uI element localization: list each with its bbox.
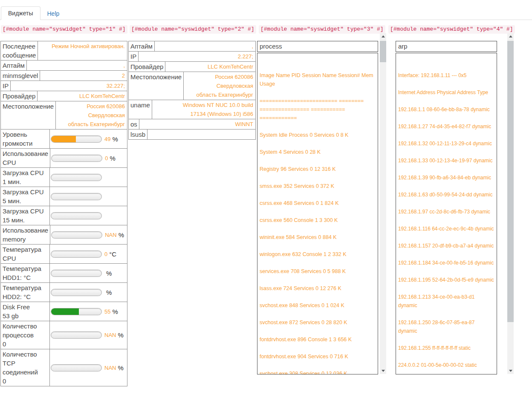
bar-value: 0 [105, 155, 108, 161]
tab-bar: Виджеты Help [0, 0, 532, 20]
arrow-down-icon [509, 370, 512, 372]
progress-bar [51, 231, 102, 239]
row-bar-cell: 49% [50, 130, 127, 148]
output-line: svchost.exe 308 Services 0 12 036 K [260, 369, 375, 374]
tab-help[interactable]: Help [40, 7, 66, 20]
output-line: Interface: 192.168.1.11 --- 0x5 [398, 71, 494, 80]
output-line: 192.168.1.195 52-64-2b-0d-f5-e9 dynamic [398, 276, 494, 284]
output-line: 192.168.1.33 00-12-13-4e-19-97 dynamic [398, 156, 494, 165]
output-line: 192.168.1.39 90-fb-a6-34-84-eb dynamic [398, 173, 494, 182]
row-value: 2.227; [139, 52, 255, 61]
scroll-down-button[interactable] [507, 368, 514, 374]
table-row: unameWindows NT NUC 10.0 build 17134 (Wi… [129, 100, 255, 119]
scroll-down-button[interactable] [380, 368, 386, 374]
row-value: Режим Ночной активирован. [38, 41, 127, 60]
row-label: Местоположение [129, 72, 184, 100]
syswidget-type1-table: Последнее сообщениеРежим Ночной активиро… [0, 41, 127, 386]
row-bar-cell [50, 168, 127, 187]
bar-unit-label: % [110, 155, 115, 162]
row-label: Температура CPU [1, 245, 50, 263]
arp-output: Interface: 192.168.1.11 --- 0x5Internet … [396, 53, 497, 374]
table-row: minmsglevel2 [1, 70, 127, 81]
table-row: IP2.227; [129, 51, 255, 61]
arrow-up-icon [509, 35, 512, 37]
tab-widgets[interactable]: Виджеты [1, 6, 40, 20]
bar-value: 55 [104, 308, 110, 315]
progress-bar [51, 270, 102, 277]
arp-widget-title: arp [396, 41, 497, 52]
output-line: svchost.exe 848 Services 0 1 024 K [260, 301, 375, 310]
table-row: ПровайдерLLC KomTehCentr [129, 61, 255, 72]
output-line: System 4 Services 0 28 K [260, 148, 375, 156]
row-label: lsusb [129, 130, 147, 139]
arrow-down-icon [382, 370, 385, 372]
output-line: 224.0.0.2 01-00-5e-00-00-02 static [398, 361, 494, 369]
progress-bar [51, 289, 102, 296]
row-label: Загрузка CPU 15 мин. [1, 206, 50, 225]
syswidget-type3-panel: process Image Name PID Session Name Sess… [257, 33, 386, 374]
row-label: Температура HDD1: °C [1, 264, 50, 282]
module-code-4: [#module name="syswidget" type="4" #] [388, 25, 515, 34]
module-code-3: [#module name="syswidget" type="3" #] [259, 25, 385, 34]
table-row: Загрузка CPU 15 мин. [1, 206, 127, 225]
module-code-1: [#module name="syswidget" type="1" #] [1, 25, 127, 34]
row-label: Количество процессов 0 [1, 321, 50, 349]
output-line: 192.168.1.157 20-df-b9-cb-a7-a4 dynamic [398, 242, 494, 250]
row-label: Аптайм [129, 41, 155, 51]
bar-unit-label: % [118, 331, 123, 339]
row-value: LLC KomTehCentr [38, 91, 127, 101]
bar-unit-label: °C [109, 250, 116, 258]
table-row: Использование memoryNAN% [1, 225, 127, 244]
output-line: lsass.exe 724 Services 0 12 276 K [260, 284, 375, 293]
row-label: Местоположение [1, 101, 56, 129]
output-line: wininit.exe 584 Services 0 884 K [260, 233, 375, 242]
bar-unit-label: % [112, 308, 118, 315]
scroll-up-button[interactable] [380, 33, 386, 40]
bar-value: NAN [104, 365, 116, 371]
output-line: 192.168.1.213 34-ce-00-ea-b3-d1 dynamic [398, 293, 494, 310]
row-label: IP [1, 81, 11, 91]
output-line: Internet Address Physical Address Type [398, 88, 494, 97]
bar-value: NAN [104, 332, 116, 338]
output-line: svchost.exe 872 Services 0 28 820 K [260, 318, 375, 327]
row-value: 32.227; [11, 81, 127, 91]
process-scrollbar[interactable] [380, 33, 386, 374]
scroll-up-button[interactable] [507, 33, 514, 40]
scrollbar-thumb[interactable] [380, 41, 386, 62]
output-line: 192.168.1.116 64-cc-2e-ec-9c-4b dynamic [398, 225, 494, 233]
row-bar-cell: NAN% [50, 321, 127, 349]
row-label: Провайдер [129, 62, 165, 72]
output-line: csrss.exe 560 Console 1 3 300 K [260, 216, 375, 225]
row-label: Уровень громкости [1, 130, 50, 148]
syswidget-type4-panel: arp Interface: 192.168.1.11 --- 0x5Inter… [394, 33, 514, 374]
table-row: Последнее сообщениеРежим Ночной активиро… [1, 41, 127, 60]
table-row: Температура CPU0°C [1, 244, 127, 263]
output-line: 192.168.1.27 74-d4-35-e4-82-f7 dynamic [398, 122, 494, 131]
output-line: 192.168.1.97 cc-2d-8c-d6-fb-73 dynamic [398, 207, 494, 216]
row-label: minmsglevel [1, 71, 40, 81]
progress-bar [51, 193, 102, 200]
table-row: Загрузка CPU 5 мин. [1, 187, 127, 206]
bar-unit-label: % [119, 231, 124, 239]
progress-bar [51, 174, 102, 181]
scrollbar-thumb[interactable] [507, 41, 514, 322]
row-label: Количество TCP соединений 0 [1, 349, 50, 386]
syswidget-type2-table: Аптайм,IP2.227;ПровайдерLLC KomTehCentrМ… [128, 41, 256, 140]
row-label: Disk Free 53 gb [1, 302, 50, 321]
progress-bar-fill [51, 308, 79, 315]
output-line: Image Name PID Session Name Session# Mem… [260, 71, 375, 88]
arp-scrollbar[interactable] [507, 33, 514, 374]
row-bar-cell: NAN% [50, 225, 127, 244]
row-label: Аптайм [1, 60, 27, 70]
progress-bar [51, 308, 102, 315]
row-value: Россия 620086 Свердловская область Екате… [184, 72, 255, 100]
row-label: Провайдер [1, 91, 38, 101]
output-line: services.exe 708 Services 0 5 988 K [260, 267, 375, 276]
row-label: Использование CPU [1, 149, 50, 167]
bar-unit-label: % [112, 135, 118, 143]
bar-unit-label: % [106, 289, 112, 296]
output-line: 192.168.1.1 08-60-6e-bb-8a-78 dynamic [398, 105, 494, 114]
progress-bar [51, 331, 102, 339]
table-row: Использование CPU0% [1, 148, 127, 167]
bar-value: 49 [104, 136, 110, 142]
